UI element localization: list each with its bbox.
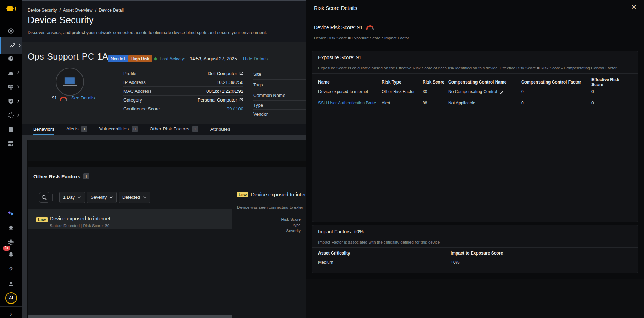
chevron-down-icon	[109, 196, 113, 198]
risk-level-badge: High Risk	[128, 55, 152, 62]
page-subtitle: Discover, assess, and protect your netwo…	[28, 30, 267, 35]
tab-other-risk-factors[interactable]: Other Risk Factors1	[150, 126, 198, 135]
chevron-right-icon	[17, 84, 19, 90]
section-count-badge: 1	[83, 173, 89, 179]
severity-dropdown[interactable]: Severity	[87, 192, 117, 203]
ai-avatar-label: AI	[9, 295, 13, 300]
user-icon[interactable]	[0, 277, 22, 290]
last-activity-label: Last Activity:	[160, 56, 185, 61]
breadcrumb-device-security[interactable]: Device Security	[28, 8, 57, 13]
fields-column-divider	[250, 70, 250, 122]
other-risk-factors-section: Other Risk Factors 1 1 Day Severity Dete…	[28, 167, 306, 318]
bell-icon[interactable]: 9+	[0, 248, 22, 261]
field-row-confidence: Confidence Score 99 / 100	[123, 104, 243, 113]
tab-vulnerabilities[interactable]: Vulnerabilities0	[99, 126, 138, 135]
ai-sparkles-icon[interactable]	[0, 208, 22, 220]
close-icon[interactable]: ×	[631, 2, 636, 12]
detail-label-type: Type	[246, 222, 301, 228]
external-link-icon[interactable]	[239, 98, 243, 102]
search-button[interactable]	[39, 192, 49, 203]
tab-attributes[interactable]: Attributes	[210, 127, 230, 135]
sidebar-expand-chevron-icon[interactable]: ›	[0, 307, 22, 318]
field-label: Profile	[123, 71, 136, 76]
card-divider	[312, 73, 638, 74]
risk-factor-list-item[interactable]: Low Device exposed to internet Status: D…	[28, 209, 232, 229]
alarm-icon[interactable]	[0, 66, 22, 79]
exposure-table-row: SSH User Authentication Brute... Alert 8…	[318, 100, 632, 105]
star-icon[interactable]	[0, 221, 22, 234]
device-fields: Profile Dell Computer IP Address 10.21.3…	[123, 69, 243, 113]
sidebar-divider	[0, 306, 22, 307]
page-title: Device Security	[28, 15, 94, 26]
field-label-vendor: Vendor	[253, 110, 306, 118]
detail-label-risk-score: Risk Score	[246, 216, 301, 222]
field-value[interactable]: Dell Computer	[208, 71, 237, 76]
external-link-icon[interactable]	[239, 71, 243, 75]
tab-count-badge: 0	[132, 126, 138, 132]
chevron-down-icon	[143, 196, 146, 198]
report-icon[interactable]	[0, 123, 22, 136]
widgets-icon[interactable]	[0, 137, 22, 150]
field-label: Confidence Score	[123, 106, 160, 111]
list-horizontal-scrollbar[interactable]	[28, 315, 232, 318]
hide-details-link[interactable]: Hide Details	[243, 56, 268, 61]
severity-badge: Low	[36, 217, 48, 222]
panel-title: Risk Score Details	[314, 5, 357, 11]
monitor-pulse-icon[interactable]	[0, 80, 22, 93]
panel-divider	[306, 18, 644, 18]
filter-separator	[52, 194, 53, 201]
breadcrumb-device-detail[interactable]: Device Detail	[99, 8, 124, 13]
field-value[interactable]: 99 / 100	[227, 106, 243, 111]
armis-logo-icon[interactable]	[3, 3, 18, 17]
risk-detail-labels: Risk Score Type Severity	[246, 216, 301, 233]
column-asset-criticality: Asset Criticality	[318, 251, 451, 256]
cell-criticality: Medium	[318, 260, 451, 265]
vertical-scrollbar[interactable]	[22, 140, 27, 318]
exposure-table-row: Device exposed to internet Other Risk Fa…	[318, 89, 632, 94]
breadcrumb-asset-overview[interactable]: Asset Overview	[63, 8, 92, 13]
device-risk-score-label: Device Risk Score: 91	[314, 25, 363, 30]
risk-factor-meta: Status: Detected | Risk Score: 30	[50, 224, 109, 228]
tab-count-badge: 1	[81, 126, 87, 132]
risk-score-details-panel: Risk Score Details × Device Risk Score: …	[306, 0, 644, 318]
field-row-profile: Profile Dell Computer	[123, 69, 243, 78]
help-icon[interactable]: ?	[0, 263, 22, 276]
cell-factor: 0	[521, 100, 591, 105]
status-dropdown[interactable]: Detected	[119, 192, 150, 203]
column-risk-score: Risk Score	[423, 80, 448, 85]
dotted-circle-icon[interactable]	[0, 109, 22, 122]
exposure-score-description: Exposure Score is calculated based on th…	[318, 66, 632, 70]
chevron-right-icon	[17, 98, 19, 104]
card-divider	[312, 247, 638, 248]
notification-badge: 9+	[3, 246, 10, 251]
device-name: Ops-Support-PC-1A	[28, 51, 108, 62]
edit-pencil-icon[interactable]	[499, 90, 504, 94]
shield-check-icon[interactable]	[0, 95, 22, 108]
cell-name-link[interactable]: SSH User Authentication Brute...	[318, 100, 382, 105]
cell-impact: +0%	[451, 260, 632, 265]
chevron-down-icon	[78, 196, 81, 198]
dashboard-gauge-icon[interactable]	[0, 52, 22, 65]
field-label: MAC Address	[123, 88, 151, 94]
ai-avatar[interactable]: AI	[0, 292, 22, 304]
tab-behaviors[interactable]: Behaviors	[33, 127, 54, 135]
see-details-link[interactable]: See Details	[71, 95, 95, 100]
radar-icon[interactable]	[0, 25, 22, 37]
chevron-right-icon	[17, 69, 19, 75]
sidebar: 9+ ? AI ›	[0, 0, 22, 318]
cell-effective: 0	[591, 89, 632, 94]
sidebar-item-device-security[interactable]	[0, 37, 22, 54]
field-label-common-name: Common Name	[253, 90, 306, 101]
field-value[interactable]: Personal Computer	[198, 97, 237, 103]
field-value: 00:1b:71:22:01:92	[206, 88, 243, 94]
field-row-mac: MAC Address 00:1b:71:22:01:92	[123, 87, 243, 96]
tab-alerts[interactable]: Alerts1	[66, 126, 87, 135]
field-row-category: Category Personal Computer	[123, 96, 243, 104]
chevron-right-icon	[19, 42, 21, 49]
laptop-icon	[62, 76, 78, 87]
section-title: Other Risk Factors	[33, 173, 80, 179]
column-compensating-control-factor: Compensating Control Factor	[521, 80, 591, 85]
horizontal-scrollbar[interactable]	[22, 135, 306, 140]
time-range-dropdown[interactable]: 1 Day	[59, 192, 85, 203]
device-security-icon	[1, 39, 23, 52]
